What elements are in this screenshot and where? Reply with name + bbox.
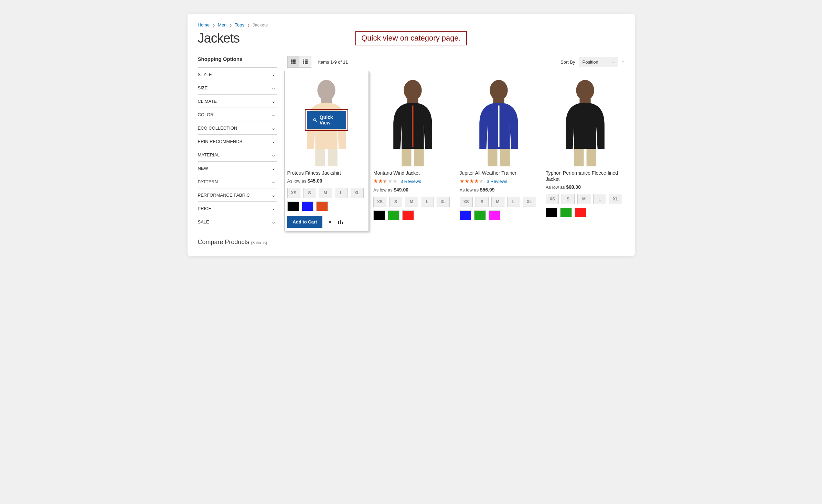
chevron-down-icon: ⌄ xyxy=(271,85,276,90)
filter-item[interactable]: SALE⌄ xyxy=(198,215,277,228)
reviews-link[interactable]: 3 Reviews xyxy=(401,179,421,184)
view-mode-switcher xyxy=(287,56,311,68)
rating-row: ★★★★★3 Reviews xyxy=(373,178,452,184)
filter-item[interactable]: SIZE⌄ xyxy=(198,81,277,94)
star-icon: ★ xyxy=(474,178,479,184)
filter-label: STYLE xyxy=(198,72,212,77)
filter-label: CLIMATE xyxy=(198,99,217,104)
size-swatch[interactable]: XL xyxy=(609,194,622,204)
size-swatch[interactable]: XL xyxy=(523,197,536,207)
color-swatch[interactable] xyxy=(575,208,586,217)
chevron-right-icon: ❯ xyxy=(229,23,232,27)
product-image[interactable] xyxy=(546,74,624,166)
breadcrumb-link[interactable]: Tops xyxy=(235,22,244,28)
breadcrumb-link[interactable]: Home xyxy=(198,22,210,28)
filter-item[interactable]: ECO COLLECTION⌄ xyxy=(198,121,277,134)
filter-item[interactable]: COLOR⌄ xyxy=(198,108,277,121)
svg-rect-7 xyxy=(340,220,341,224)
star-icon: ★ xyxy=(373,178,378,184)
filter-label: PERFORMANCE FABRIC xyxy=(198,193,250,198)
size-swatch[interactable]: M xyxy=(405,197,418,207)
product-name[interactable]: Typhon Performance Fleece-lined Jacket xyxy=(546,170,624,182)
product-card[interactable]: Typhon Performance Fleece-lined JacketAs… xyxy=(546,74,624,228)
grid-view-button[interactable] xyxy=(288,56,299,67)
sort-by-select[interactable]: Position ⌄ xyxy=(579,57,618,67)
svg-rect-18 xyxy=(500,149,510,166)
filter-item[interactable]: NEW⌄ xyxy=(198,161,277,175)
size-swatch[interactable]: M xyxy=(491,197,504,207)
filter-item[interactable]: PATTERN⌄ xyxy=(198,175,277,188)
product-image[interactable] xyxy=(460,74,538,166)
compare-icon[interactable] xyxy=(338,219,343,225)
color-swatch[interactable] xyxy=(388,210,399,220)
color-swatch[interactable] xyxy=(460,210,471,220)
size-swatch[interactable]: S xyxy=(303,188,316,198)
quick-view-button[interactable]: Quick View xyxy=(307,111,346,129)
product-name[interactable]: Jupiter All-Weather Trainer xyxy=(460,170,538,176)
size-swatch[interactable]: XS xyxy=(460,197,473,207)
size-swatch[interactable]: M xyxy=(319,188,332,198)
price: As low as $60.00 xyxy=(546,184,624,190)
product-image[interactable]: Quick View xyxy=(287,74,366,166)
color-swatch[interactable] xyxy=(302,201,313,211)
toolbar: Items 1-9 of 11 Sort By Position ⌄ ↑ xyxy=(287,56,624,68)
add-to-cart-button[interactable]: Add to Cart xyxy=(287,216,323,228)
size-swatch[interactable]: L xyxy=(421,197,434,207)
color-swatch[interactable] xyxy=(402,210,414,220)
filter-label: MATERIAL xyxy=(198,152,220,157)
product-card[interactable]: Montana Wind Jacket★★★★★3 ReviewsAs low … xyxy=(373,74,452,228)
star-icon: ★ xyxy=(465,178,469,184)
size-swatches: XSSMLXL xyxy=(546,194,624,204)
color-swatch[interactable] xyxy=(287,201,299,211)
grid-icon xyxy=(291,59,296,64)
list-icon xyxy=(303,59,308,64)
size-swatch[interactable]: XL xyxy=(437,197,450,207)
color-swatch[interactable] xyxy=(546,208,557,217)
color-swatch[interactable] xyxy=(560,208,572,217)
size-swatch[interactable]: XS xyxy=(546,194,559,204)
filter-label: COLOR xyxy=(198,112,214,117)
size-swatch[interactable]: S xyxy=(389,197,402,207)
filter-item[interactable]: CLIMATE⌄ xyxy=(198,94,277,108)
breadcrumb-link[interactable]: Men xyxy=(218,22,226,28)
size-swatch[interactable]: M xyxy=(577,194,590,204)
product-image[interactable] xyxy=(373,74,452,166)
wishlist-icon[interactable]: ♥ xyxy=(329,219,331,225)
filter-item[interactable]: STYLE⌄ xyxy=(198,67,277,81)
chevron-down-icon: ⌄ xyxy=(271,165,276,171)
product-card[interactable]: Jupiter All-Weather Trainer★★★★★3 Review… xyxy=(460,74,538,228)
size-swatch[interactable]: S xyxy=(476,197,489,207)
size-swatch[interactable]: L xyxy=(507,197,520,207)
size-swatch[interactable]: L xyxy=(335,188,348,198)
size-swatch[interactable]: XS xyxy=(287,188,300,198)
product-name[interactable]: Montana Wind Jacket xyxy=(373,170,452,176)
shopping-options-title: Shopping Options xyxy=(198,56,277,62)
size-swatch[interactable]: S xyxy=(562,194,575,204)
product-name[interactable]: Proteus Fitness Jackshirt xyxy=(287,170,366,176)
filter-item[interactable]: PRICE⌄ xyxy=(198,201,277,215)
toolbar-amount: Items 1-9 of 11 xyxy=(318,59,348,65)
filter-item[interactable]: PERFORMANCE FABRIC⌄ xyxy=(198,188,277,201)
color-swatch[interactable] xyxy=(489,210,500,220)
product-card[interactable]: Quick ViewProteus Fitness JackshirtAs lo… xyxy=(284,71,369,231)
color-swatch[interactable] xyxy=(373,210,385,220)
size-swatches: XSSMLXL xyxy=(287,188,366,198)
color-swatch[interactable] xyxy=(474,210,486,220)
color-swatch[interactable] xyxy=(316,201,328,211)
size-swatch[interactable]: XL xyxy=(351,188,364,198)
chevron-down-icon: ⌄ xyxy=(271,152,276,157)
size-swatch[interactable]: L xyxy=(593,194,606,204)
filter-item[interactable]: MATERIAL⌄ xyxy=(198,148,277,161)
filter-item[interactable]: ERIN RECOMMENDS⌄ xyxy=(198,134,277,148)
compare-products[interactable]: Compare Products (3 items) xyxy=(198,239,277,246)
size-swatch[interactable]: XS xyxy=(373,197,386,207)
star-rating: ★★★★★ xyxy=(373,178,397,184)
svg-rect-22 xyxy=(586,149,596,166)
star-icon: ★ xyxy=(393,178,397,184)
chevron-down-icon: ⌄ xyxy=(271,179,276,184)
list-view-button[interactable] xyxy=(299,56,311,67)
sort-direction-button[interactable]: ↑ xyxy=(622,59,624,65)
chevron-down-icon: ⌄ xyxy=(271,125,276,131)
chevron-down-icon: ⌄ xyxy=(271,72,276,77)
reviews-link[interactable]: 3 Reviews xyxy=(487,179,508,184)
